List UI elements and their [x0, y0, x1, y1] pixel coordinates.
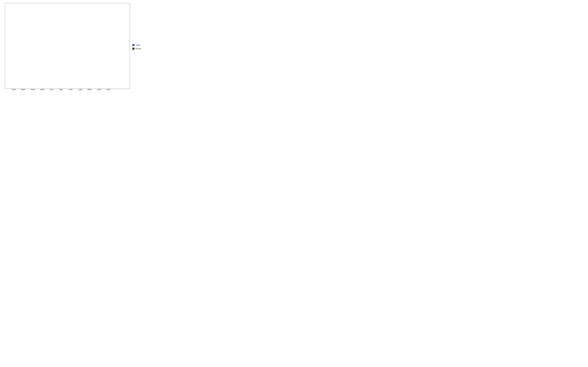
- svg-rect-90: [35, 79, 35, 79]
- svg-rect-29: [13, 71, 13, 71]
- svg-rect-136: [51, 84, 51, 84]
- svg-rect-248: [93, 15, 93, 15]
- svg-rect-325: [121, 13, 122, 13]
- svg-rect-121: [46, 80, 47, 80]
- svg-rect-285: [104, 77, 104, 77]
- svg-rect-111: [40, 84, 40, 85]
- svg-rect-189: [72, 15, 72, 15]
- legend-item: Normal: [132, 48, 146, 50]
- svg-rect-44: [17, 77, 18, 77]
- svg-rect-159: [61, 13, 61, 13]
- svg-rect-308: [114, 44, 114, 45]
- svg-rect-209: [77, 71, 77, 71]
- legend-item: Tumor: [132, 44, 146, 46]
- svg-rect-338: [124, 6, 125, 6]
- svg-rect-185: [66, 81, 66, 81]
- svg-rect-252: [93, 38, 94, 39]
- svg-rect-160: [62, 14, 62, 15]
- svg-rect-174: [67, 21, 67, 21]
- svg-rect-205: [78, 21, 79, 22]
- svg-rect-309: [115, 46, 115, 46]
- svg-rect-264: [99, 32, 99, 32]
- svg-rect-294: [110, 40, 110, 41]
- svg-rect-149: [56, 75, 56, 75]
- svg-rect-152: [56, 80, 56, 81]
- svg-rect-61: [25, 80, 25, 80]
- svg-rect-114: [46, 36, 46, 36]
- svg-rect-256: [94, 67, 94, 67]
- x-axis-label: COAD: [28, 89, 38, 91]
- svg-rect-287: [103, 82, 104, 82]
- svg-rect-125: [45, 82, 45, 82]
- svg-rect-210: [78, 74, 78, 74]
- svg-rect-208: [78, 47, 79, 48]
- svg-rect-234: [88, 23, 89, 23]
- x-axis-label: KIRC: [56, 89, 66, 91]
- svg-rect-251: [93, 35, 93, 36]
- svg-rect-62: [23, 80, 24, 81]
- svg-rect-65: [23, 82, 24, 82]
- svg-rect-93: [35, 83, 35, 83]
- svg-rect-342: [125, 15, 126, 15]
- svg-rect-231: [82, 83, 83, 83]
- svg-rect-190: [73, 17, 73, 17]
- svg-rect-319: [115, 85, 116, 85]
- x-axis-label: PRAD: [85, 89, 94, 91]
- svg-rect-306: [110, 83, 110, 83]
- svg-rect-323: [120, 9, 120, 9]
- svg-rect-156: [56, 83, 57, 83]
- svg-rect-214: [78, 83, 79, 83]
- svg-rect-289: [105, 85, 105, 85]
- svg-rect-56: [23, 30, 24, 30]
- svg-rect-238: [89, 44, 89, 45]
- svg-rect-305: [109, 82, 109, 82]
- svg-rect-34: [14, 83, 14, 83]
- svg-rect-258: [93, 80, 94, 80]
- svg-rect-299: [109, 75, 109, 75]
- svg-rect-332: [120, 80, 120, 80]
- svg-rect-139: [51, 86, 51, 86]
- svg-rect-163: [62, 30, 62, 30]
- svg-rect-130: [51, 81, 51, 81]
- svg-rect-310: [115, 48, 116, 48]
- svg-rect-24: [13, 24, 14, 24]
- svg-rect-30: [13, 74, 14, 74]
- svg-rect-102: [40, 80, 40, 80]
- svg-rect-100: [40, 82, 41, 82]
- svg-rect-196: [73, 61, 73, 61]
- svg-rect-43: [19, 49, 19, 49]
- svg-rect-293: [109, 38, 109, 39]
- svg-rect-86: [34, 41, 35, 42]
- svg-rect-311: [114, 53, 114, 53]
- svg-rect-69: [29, 46, 29, 46]
- svg-rect-188: [71, 13, 71, 13]
- svg-rect-284: [103, 74, 104, 74]
- svg-rect-329: [120, 71, 120, 71]
- svg-rect-206: [77, 41, 77, 42]
- x-axis-label: HNSC: [38, 89, 47, 91]
- svg-rect-33: [13, 82, 14, 82]
- svg-rect-49: [19, 85, 19, 85]
- svg-rect-176: [66, 27, 66, 27]
- x-axis-label: LUSC: [76, 89, 85, 91]
- svg-rect-72: [29, 50, 29, 50]
- svg-rect-333: [121, 82, 121, 82]
- svg-rect-302: [109, 80, 109, 81]
- svg-rect-297: [110, 50, 110, 50]
- svg-rect-260: [93, 82, 93, 82]
- svg-rect-167: [60, 63, 61, 64]
- svg-rect-80: [28, 83, 28, 83]
- x-axis-labels: BLCABRCACOADHNSCKICHKIRCLUADLUSCPRADTHCA…: [5, 89, 130, 91]
- svg-rect-317: [114, 82, 114, 82]
- svg-rect-148: [57, 56, 57, 56]
- svg-rect-45: [18, 80, 18, 80]
- svg-rect-350: [124, 81, 125, 81]
- svg-rect-267: [99, 41, 99, 42]
- svg-rect-122: [45, 80, 45, 81]
- svg-rect-211: [78, 75, 79, 76]
- svg-rect-220: [83, 68, 83, 69]
- svg-rect-340: [126, 10, 127, 10]
- svg-rect-173: [66, 19, 66, 19]
- svg-rect-179: [66, 62, 66, 62]
- svg-rect-301: [111, 80, 111, 80]
